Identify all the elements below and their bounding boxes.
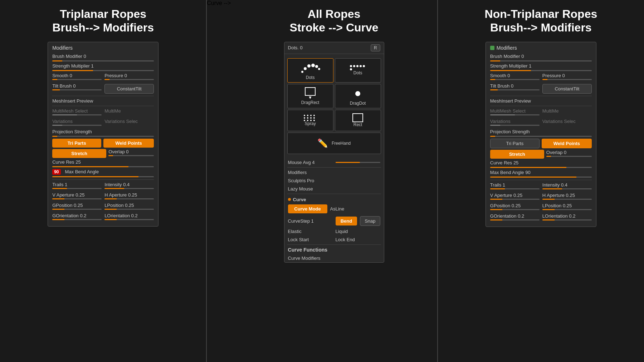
projection-strength-row-right: Projection Strength	[490, 129, 592, 134]
pressure-slider-left[interactable]	[104, 79, 154, 80]
aperture-row-right: V Aperture 0.25 H Aperture 0.25	[490, 193, 592, 202]
gposition-slider-left[interactable]	[52, 209, 102, 210]
tri-parts-button-right[interactable]: Tri Parts	[490, 139, 540, 148]
v-aperture-label-right: V Aperture 0.25	[490, 193, 522, 198]
overlap-slider-left[interactable]	[108, 155, 154, 156]
strength-multiplier-slider-right[interactable]	[490, 70, 592, 71]
curve-functions-row: Curve Functions	[284, 246, 384, 254]
main-container: Triplanar Ropes Brush--> Modifiers Modif…	[0, 0, 644, 362]
intensity-slider-right[interactable]	[542, 188, 592, 189]
projection-strength-slider-right[interactable]	[490, 136, 592, 137]
max-bend-row-right: Max Bend Angle 90	[490, 170, 592, 175]
brush-dragrect-label: DragRect	[301, 100, 319, 105]
spray-icon	[304, 115, 317, 121]
h-aperture-slider-right[interactable]	[542, 199, 592, 200]
mouse-avg-row: Mouse Avg 4	[284, 158, 384, 167]
liquid-label: Liquid	[336, 229, 380, 234]
curve-step-label: CurveStep 1	[288, 218, 333, 224]
center-column: All Ropes Stroke --> Curve Dots. 0 R	[231, 0, 437, 270]
brush-item-rect[interactable]: Rect	[335, 110, 381, 131]
lock-start-label: Lock Start	[288, 237, 333, 242]
gposition-slider-right[interactable]	[490, 209, 540, 210]
smooth-slider-right[interactable]	[490, 79, 540, 80]
lorientation-slider-left[interactable]	[104, 219, 154, 220]
constant-tilt-button-right[interactable]: ConstantTilt	[542, 84, 592, 94]
brush-grid: Dots Dots	[287, 58, 381, 154]
brush-item-dots-curve[interactable]: Dots	[287, 58, 333, 83]
curve-res-slider-left[interactable]	[52, 166, 154, 167]
lposition-slider-left[interactable]	[104, 209, 154, 210]
v-aperture-slider-left[interactable]	[52, 198, 102, 199]
h-aperture-label-left: H Aperture 0.25	[104, 192, 137, 198]
overlap-label-right: Overlap 0	[546, 150, 566, 155]
variations-slider-right[interactable]	[490, 125, 540, 126]
brush-item-dragrect[interactable]: ▼ DragRect	[287, 84, 333, 108]
modifiers-dot-right	[490, 46, 494, 50]
intensity-label-right: Intensity 0.4	[542, 182, 567, 188]
projection-strength-slider-left[interactable]	[52, 136, 154, 137]
tilt-brush-slider-left[interactable]	[52, 89, 102, 90]
curve-functions-label: Curve Functions	[288, 247, 380, 253]
tilt-brush-slider-right[interactable]	[490, 89, 540, 90]
mouse-avg-slider[interactable]	[336, 162, 380, 163]
pressure-slider-right[interactable]	[542, 79, 592, 80]
multimesh-slider-right[interactable]	[490, 114, 540, 115]
brush-dots-grid-label: Dots	[353, 70, 362, 75]
gorientation-slider-left[interactable]	[52, 219, 102, 220]
h-aperture-slider-left[interactable]	[104, 198, 154, 199]
curve-res-slider-right[interactable]	[490, 167, 592, 168]
brush-modifier-row-left: Brush Modifier 0	[52, 54, 154, 59]
brush-item-spray[interactable]: Spray	[287, 110, 333, 131]
brush-item-dragdot[interactable]: DragDot	[335, 84, 381, 108]
rect-icon	[352, 113, 363, 122]
smooth-slider-left[interactable]	[52, 79, 102, 80]
lorientation-slider-right[interactable]	[542, 219, 592, 220]
brush-item-dots-grid[interactable]: Dots	[335, 58, 381, 83]
left-panel-header: Modifiers	[52, 45, 154, 51]
smooth-label-left: Smooth 0	[52, 73, 72, 78]
tri-parts-button-left[interactable]: Tri Parts	[52, 139, 101, 148]
mouse-avg-label: Mouse Avg 4	[288, 160, 333, 165]
center-panel-header: Dots. 0 R	[284, 42, 384, 54]
weld-points-button-right[interactable]: Weld Points	[542, 139, 592, 148]
tri-weld-row-right: Tri Parts Weld Points	[490, 139, 592, 148]
meshinsert-row-left: MeshInsert Preview	[52, 98, 154, 104]
r-button[interactable]: R	[371, 44, 380, 51]
v-aperture-slider-right[interactable]	[490, 199, 540, 200]
max-bend-slider-left[interactable]	[52, 176, 154, 177]
overlap-slider-right[interactable]	[546, 156, 592, 157]
meshinsert-row-right: MeshInsert Preview	[490, 98, 592, 104]
overlap-label-left: Overlap 0	[108, 149, 128, 154]
multimesh-slider-left[interactable]	[52, 114, 102, 115]
gorientation-slider-right[interactable]	[490, 219, 540, 220]
weld-points-button-left[interactable]: Weld Points	[103, 139, 154, 148]
brush-modifier-slider-left[interactable]	[52, 60, 154, 61]
lposition-slider-right[interactable]	[542, 209, 592, 210]
variations-slider-left[interactable]	[52, 125, 102, 126]
center-title: All Ropes Stroke --> Curve	[290, 7, 379, 35]
v-aperture-label-left: V Aperture 0.25	[52, 192, 84, 198]
lazy-mouse-row: Lazy Mouse	[284, 185, 384, 193]
curve-mode-button[interactable]: Curve Mode	[288, 204, 327, 213]
max-bend-slider-right[interactable]	[490, 177, 592, 178]
trails-slider-right[interactable]	[490, 188, 540, 189]
gorientation-row-right: GOrientation 0.2 LOrientation 0.2	[490, 213, 592, 222]
trails-slider-left[interactable]	[52, 188, 102, 189]
stretch-button-right[interactable]: Stretch	[490, 150, 544, 159]
brush-modifier-slider-right[interactable]	[490, 60, 592, 61]
right-panel-header: Modifiers	[490, 45, 592, 51]
snap-button[interactable]: Snap	[360, 216, 380, 226]
constant-tilt-button-left[interactable]: ConstantTilt	[104, 84, 154, 94]
gorientation-label-left: GOrientation 0.2	[52, 213, 86, 218]
pressure-label-right: Pressure 0	[542, 73, 565, 78]
stretch-button-left[interactable]: Stretch	[52, 149, 106, 158]
multime-label-right: MultiMe	[542, 108, 559, 114]
strength-multiplier-slider-left[interactable]	[52, 70, 154, 71]
trails-label-left: Trails 1	[52, 182, 67, 187]
left-title: Triplanar Ropes Brush--> Modifiers	[52, 7, 154, 35]
brush-item-freehand[interactable]: ✏️ FreeHand	[287, 133, 381, 154]
intensity-slider-left[interactable]	[104, 188, 154, 189]
brush-modifier-label-right: Brush Modifier 0	[490, 54, 524, 59]
bend-button[interactable]: Bend	[336, 217, 357, 225]
brush-rect-label: Rect	[353, 122, 362, 127]
